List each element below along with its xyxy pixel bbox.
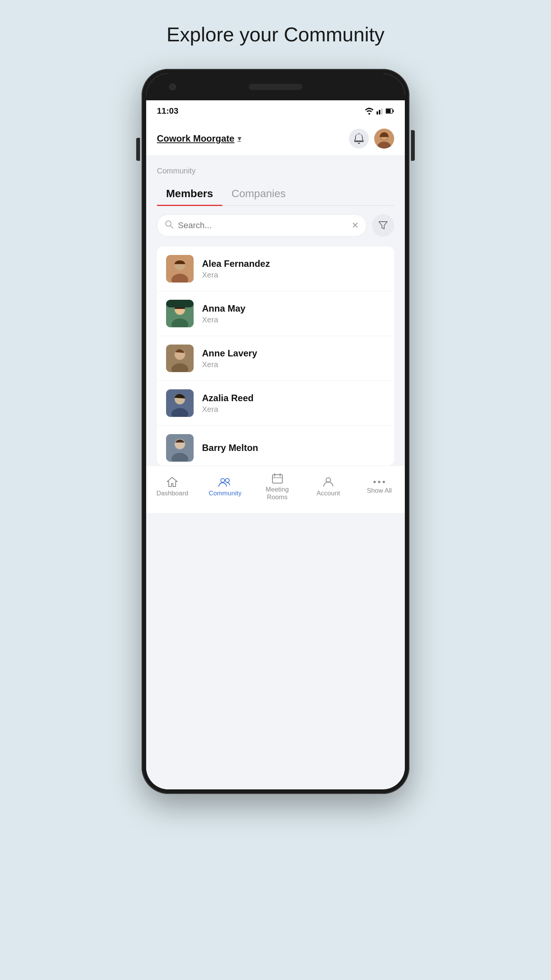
member-name: Alea Fernandez [202, 258, 270, 269]
svg-rect-20 [166, 300, 194, 307]
list-item[interactable]: Alea Fernandez Xera [157, 247, 394, 291]
member-avatar [166, 434, 194, 462]
user-avatar[interactable] [374, 129, 394, 149]
nav-label-show-all: Show All [367, 487, 392, 495]
workspace-selector[interactable]: Cowork Moorgate ▾ [157, 133, 241, 144]
members-list: Alea Fernandez Xera [157, 247, 394, 466]
svg-rect-2 [381, 108, 383, 114]
member-name: Anne Lavery [202, 348, 257, 359]
nav-label-account: Account [316, 490, 340, 497]
side-button-right [411, 130, 415, 161]
status-bar: 11:03 [146, 100, 405, 122]
avatar-image [374, 129, 394, 149]
svg-rect-5 [386, 109, 391, 113]
svg-rect-35 [272, 475, 282, 483]
chevron-down-icon: ▾ [238, 134, 241, 143]
nav-item-community[interactable]: Community [209, 477, 241, 497]
signal-icon [377, 108, 383, 114]
member-company: Xera [202, 360, 257, 369]
member-info: Alea Fernandez Xera [202, 258, 270, 279]
workspace-name-text: Cowork Moorgate [157, 133, 235, 144]
member-info: Barry Melton [202, 443, 258, 453]
search-container: ✕ [157, 214, 367, 237]
svg-point-40 [373, 481, 376, 483]
member-info: Anna May Xera [202, 303, 245, 324]
wifi-icon [365, 108, 373, 114]
more-icon [373, 479, 385, 485]
member-name: Barry Melton [202, 443, 258, 453]
member-avatar [166, 345, 194, 372]
tab-companies[interactable]: Companies [222, 181, 295, 205]
notifications-button[interactable] [349, 129, 369, 149]
calendar-icon [272, 473, 283, 483]
nav-label-dashboard: Dashboard [156, 490, 188, 497]
svg-point-34 [225, 479, 229, 482]
list-item[interactable]: Barry Melton [157, 426, 394, 466]
search-row: ✕ [157, 206, 394, 240]
member-avatar [166, 255, 194, 283]
header-actions [349, 129, 394, 149]
svg-point-41 [378, 481, 380, 483]
member-name: Azalia Reed [202, 393, 254, 403]
filter-button[interactable] [372, 214, 394, 237]
list-item[interactable]: Anna May Xera [157, 291, 394, 336]
camera [169, 83, 176, 90]
clear-search-button[interactable]: ✕ [352, 220, 359, 230]
bell-icon [354, 133, 364, 144]
svg-rect-0 [377, 111, 378, 114]
svg-rect-1 [379, 110, 380, 114]
list-item[interactable]: Azalia Reed Xera [157, 381, 394, 426]
page-title: Explore your Community [166, 23, 384, 46]
status-icons [365, 108, 394, 114]
svg-line-11 [170, 225, 173, 228]
bottom-nav: Dashboard Community [146, 466, 405, 513]
member-company: Xera [202, 271, 270, 279]
member-info: Anne Lavery Xera [202, 348, 257, 369]
home-icon [166, 477, 178, 487]
status-time: 11:03 [157, 106, 178, 116]
tabs-row: Members Companies [157, 181, 394, 206]
nav-label-meeting-rooms: Meeting Rooms [266, 486, 289, 501]
svg-point-33 [221, 479, 225, 482]
community-icon [218, 477, 232, 487]
tab-members[interactable]: Members [157, 181, 222, 205]
search-input[interactable] [178, 220, 347, 230]
speaker [249, 84, 302, 90]
nav-item-dashboard[interactable]: Dashboard [156, 477, 188, 497]
svg-point-42 [383, 481, 385, 483]
member-name: Anna May [202, 303, 245, 314]
phone-frame: 11:03 Cowork Moorgate ▾ [142, 69, 409, 794]
list-item[interactable]: Anne Lavery Xera [157, 336, 394, 381]
filter-icon [378, 221, 388, 230]
app-header: Cowork Moorgate ▾ [146, 122, 405, 156]
side-button-left [136, 138, 140, 161]
member-company: Xera [202, 405, 254, 414]
member-avatar [166, 389, 194, 417]
nav-item-show-all[interactable]: Show All [364, 479, 395, 495]
nav-label-community: Community [209, 490, 241, 497]
svg-rect-4 [393, 110, 394, 112]
screen: 11:03 Cowork Moorgate ▾ [146, 100, 405, 789]
section-label: Community [157, 167, 394, 175]
search-icon [165, 220, 173, 231]
nav-item-meeting-rooms[interactable]: Meeting Rooms [262, 473, 293, 501]
member-company: Xera [202, 315, 245, 324]
phone-hardware-bar [146, 74, 405, 100]
member-avatar [166, 300, 194, 327]
battery-icon [386, 108, 394, 114]
member-info: Azalia Reed Xera [202, 393, 254, 414]
content-area: Community Members Companies [146, 156, 405, 466]
account-icon [323, 477, 334, 487]
nav-item-account[interactable]: Account [313, 477, 344, 497]
